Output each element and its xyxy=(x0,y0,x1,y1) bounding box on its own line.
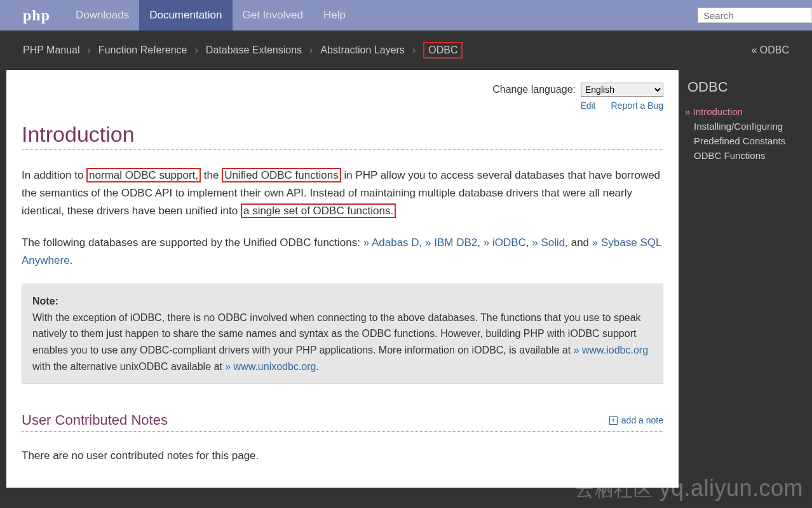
language-label: Change language: xyxy=(492,84,576,95)
crumb-sep: › xyxy=(306,45,316,56)
edit-link[interactable]: Edit xyxy=(580,100,595,111)
prev-link[interactable]: « ODBC xyxy=(751,45,789,56)
main-wrap: Change language: English Edit Report a B… xyxy=(0,70,812,508)
crumb-sep: › xyxy=(191,45,202,56)
report-bug-link[interactable]: Report a Bug xyxy=(611,100,664,111)
sidebar-item-constants[interactable]: Predefined Constants xyxy=(685,134,806,148)
note-label: Note: xyxy=(32,296,58,306)
nav-downloads[interactable]: Downloads xyxy=(65,0,139,31)
no-notes-text: There are no user contributed notes for … xyxy=(22,450,663,462)
crumb-abstraction-layers[interactable]: Abstraction Layers xyxy=(320,45,405,56)
highlight-normal-odbc: normal ODBC support, xyxy=(86,168,201,182)
crumb-sep: › xyxy=(409,45,419,56)
body-text: In addition to normal ODBC support, the … xyxy=(22,167,663,384)
top-links: Edit Report a Bug xyxy=(22,100,663,111)
user-notes-heading: User Contributed Notes xyxy=(22,412,168,429)
search-input[interactable] xyxy=(698,8,812,23)
link-adabas-d[interactable]: » Adabas D xyxy=(363,237,419,249)
sidebar-item-installing[interactable]: Installing/Configuring xyxy=(685,119,806,134)
add-note-link[interactable]: + add a note xyxy=(609,415,663,425)
php-logo[interactable]: php xyxy=(0,7,65,24)
plus-icon: + xyxy=(609,416,618,425)
breadcrumb-bar: PHP Manual › Function Reference › Databa… xyxy=(0,31,812,70)
sidebar-list: Introduction Installing/Configuring Pred… xyxy=(685,104,806,163)
intro-para-1: In addition to normal ODBC support, the … xyxy=(22,167,663,220)
crumb-function-reference[interactable]: Function Reference xyxy=(98,45,187,56)
nav-documentation[interactable]: Documentation xyxy=(139,0,232,31)
top-nav: php Downloads Documentation Get Involved… xyxy=(0,0,812,31)
sidebar-title: ODBC xyxy=(685,79,806,95)
crumb-odbc[interactable]: ODBC xyxy=(423,42,463,58)
crumb-php-manual[interactable]: PHP Manual xyxy=(23,45,80,56)
link-solid[interactable]: » Solid xyxy=(532,237,565,249)
nav-items: Downloads Documentation Get Involved Hel… xyxy=(65,0,356,31)
link-ibm-db2[interactable]: » IBM DB2 xyxy=(425,237,477,249)
note-box: Note: With the exception of iODBC, there… xyxy=(22,284,663,384)
link-iodbc-org[interactable]: » www.iodbc.org xyxy=(574,345,648,355)
content: Change language: English Edit Report a B… xyxy=(6,70,679,488)
link-iodbc[interactable]: » iODBC xyxy=(484,237,526,249)
highlight-single-set: a single set of ODBC functions. xyxy=(241,203,396,218)
intro-para-2: The following databases are supported by… xyxy=(22,234,663,270)
crumb-sep: › xyxy=(84,45,95,56)
language-row: Change language: English xyxy=(22,83,663,97)
user-notes-header: User Contributed Notes + add a note xyxy=(22,412,663,432)
crumb-database-extensions[interactable]: Database Extensions xyxy=(206,45,302,56)
sidebar-item-introduction[interactable]: Introduction xyxy=(685,104,806,119)
nav-get-involved[interactable]: Get Involved xyxy=(233,0,313,31)
search-box xyxy=(698,8,812,23)
highlight-unified-odbc: Unified ODBC functions xyxy=(222,168,341,182)
link-unixodbc-org[interactable]: » www.unixodbc.org xyxy=(225,361,316,372)
page-title: Introduction xyxy=(22,122,663,150)
sidebar-item-functions[interactable]: ODBC Functions xyxy=(685,148,806,163)
breadcrumb: PHP Manual › Function Reference › Databa… xyxy=(23,42,463,58)
nav-help[interactable]: Help xyxy=(313,0,356,31)
language-select[interactable]: English xyxy=(581,83,663,97)
sidebar: ODBC Introduction Installing/Configuring… xyxy=(685,70,806,163)
